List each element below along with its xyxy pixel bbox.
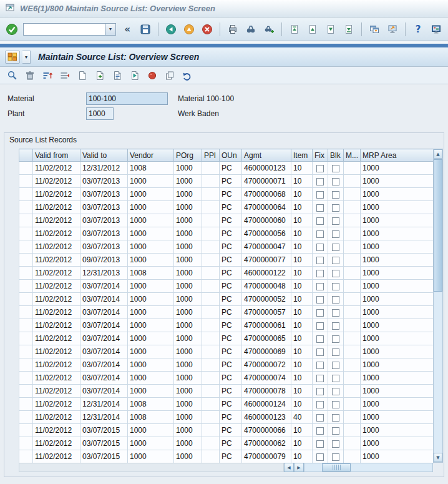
cell-agmt[interactable]: 4700000079 bbox=[242, 450, 291, 463]
fix-checkbox[interactable] bbox=[316, 257, 324, 264]
fix-checkbox[interactable] bbox=[316, 335, 324, 343]
blk-checkbox[interactable] bbox=[332, 388, 339, 395]
cancel-button[interactable] bbox=[199, 21, 215, 37]
column-header[interactable]: Vendor bbox=[128, 149, 174, 162]
cell-item[interactable]: 10 bbox=[291, 267, 313, 280]
screen-menu-button[interactable] bbox=[5, 51, 20, 64]
cell-vendor[interactable]: 1000 bbox=[128, 214, 174, 227]
fix-checkbox[interactable] bbox=[316, 217, 324, 225]
cell-pOrg[interactable]: 1000 bbox=[174, 280, 202, 293]
cell-pPl[interactable] bbox=[202, 254, 220, 267]
cell-oUn[interactable]: PC bbox=[220, 332, 242, 345]
fix-checkbox[interactable] bbox=[316, 204, 324, 212]
cell-item[interactable]: 10 bbox=[291, 201, 313, 214]
cell-vendor[interactable]: 1000 bbox=[128, 319, 174, 332]
cell-pOrg[interactable]: 1000 bbox=[174, 162, 202, 175]
cell-vendor[interactable]: 1000 bbox=[128, 280, 174, 293]
cell-oUn[interactable]: PC bbox=[220, 385, 242, 398]
scroll-down-icon[interactable]: ▼ bbox=[434, 453, 442, 462]
cell-validTo[interactable]: 12/31/2013 bbox=[80, 267, 128, 280]
delete-line-button[interactable] bbox=[22, 68, 37, 82]
cell-validTo[interactable]: 03/07/2013 bbox=[80, 227, 128, 240]
row-select[interactable] bbox=[19, 306, 33, 319]
cell-m[interactable] bbox=[344, 201, 361, 214]
cell-mrpArea[interactable]: 1000 bbox=[361, 254, 434, 267]
cell-pPl[interactable] bbox=[202, 175, 220, 188]
cell-pOrg[interactable]: 1000 bbox=[174, 332, 202, 345]
cell-item[interactable]: 10 bbox=[291, 398, 313, 411]
cell-mrpArea[interactable]: 1000 bbox=[361, 358, 434, 372]
cell-validFrom[interactable]: 11/02/2012 bbox=[33, 424, 80, 437]
row-select[interactable] bbox=[19, 240, 33, 254]
cell-pOrg[interactable]: 1000 bbox=[174, 450, 202, 463]
cell-validTo[interactable]: 03/07/2013 bbox=[80, 214, 128, 227]
row-select[interactable] bbox=[19, 175, 33, 188]
scroll-up-icon[interactable]: ▲ bbox=[434, 149, 442, 159]
cell-m[interactable] bbox=[344, 162, 361, 175]
cell-item[interactable]: 10 bbox=[291, 240, 313, 254]
cell-pPl[interactable] bbox=[202, 162, 220, 175]
row-select[interactable] bbox=[19, 254, 33, 267]
cell-validTo[interactable]: 12/31/2014 bbox=[80, 398, 128, 411]
cell-validFrom[interactable]: 11/02/2012 bbox=[33, 332, 80, 345]
copy-line-button[interactable] bbox=[92, 68, 107, 82]
cell-vendor[interactable]: 1000 bbox=[128, 306, 174, 319]
cell-pOrg[interactable]: 1000 bbox=[174, 254, 202, 267]
cell-agmt[interactable]: 4700000069 bbox=[242, 345, 291, 358]
cell-item[interactable]: 10 bbox=[291, 332, 313, 345]
save-button[interactable] bbox=[137, 21, 153, 37]
cell-mrpArea[interactable]: 1000 bbox=[361, 319, 434, 332]
cell-agmt[interactable]: 4700000068 bbox=[242, 188, 291, 201]
cell-agmt[interactable]: 4700000078 bbox=[242, 385, 291, 398]
cell-validTo[interactable]: 03/07/2014 bbox=[80, 293, 128, 306]
cell-pPl[interactable] bbox=[202, 345, 220, 358]
fix-checkbox[interactable] bbox=[316, 388, 324, 395]
new-session-button[interactable] bbox=[366, 21, 382, 37]
cell-pOrg[interactable]: 1000 bbox=[174, 293, 202, 306]
cell-agmt[interactable]: 4700000074 bbox=[242, 372, 291, 385]
cell-m[interactable] bbox=[344, 358, 361, 372]
block-button[interactable] bbox=[145, 68, 159, 82]
cell-item[interactable]: 10 bbox=[291, 306, 313, 319]
cell-pPl[interactable] bbox=[202, 188, 220, 201]
cell-agmt[interactable]: 4700000052 bbox=[242, 293, 291, 306]
row-select[interactable] bbox=[19, 437, 33, 450]
row-select[interactable] bbox=[19, 358, 33, 372]
fix-checkbox[interactable] bbox=[316, 191, 324, 199]
cell-oUn[interactable]: PC bbox=[220, 240, 242, 254]
copy-as-button[interactable] bbox=[110, 68, 124, 82]
blk-checkbox[interactable] bbox=[332, 414, 339, 422]
cell-agmt[interactable]: 4700000057 bbox=[242, 306, 291, 319]
screen-menu-dropdown-icon[interactable]: ▾ bbox=[22, 51, 31, 64]
cell-validTo[interactable]: 03/07/2013 bbox=[80, 201, 128, 214]
cell-vendor[interactable]: 1000 bbox=[128, 175, 174, 188]
details-button[interactable] bbox=[5, 68, 19, 82]
cell-validFrom[interactable]: 11/02/2012 bbox=[33, 293, 80, 306]
column-header[interactable]: Fix bbox=[313, 149, 328, 162]
fix-checkbox[interactable] bbox=[316, 362, 324, 369]
blk-checkbox[interactable] bbox=[332, 322, 339, 330]
cell-vendor[interactable]: 1000 bbox=[128, 254, 174, 267]
cell-oUn[interactable]: PC bbox=[220, 162, 242, 175]
cell-validTo[interactable]: 09/07/2013 bbox=[80, 254, 128, 267]
cell-validFrom[interactable]: 11/02/2012 bbox=[33, 175, 80, 188]
cell-mrpArea[interactable]: 1000 bbox=[361, 411, 434, 424]
cell-m[interactable] bbox=[344, 437, 361, 450]
position-button[interactable] bbox=[57, 68, 72, 82]
column-header[interactable]: M... bbox=[344, 149, 361, 162]
cell-mrpArea[interactable]: 1000 bbox=[361, 188, 434, 201]
cell-agmt[interactable]: 4700000065 bbox=[242, 332, 291, 345]
cell-validFrom[interactable]: 11/02/2012 bbox=[33, 214, 80, 227]
cell-item[interactable]: 10 bbox=[291, 385, 313, 398]
cell-validTo[interactable]: 03/07/2015 bbox=[80, 424, 128, 437]
column-header[interactable]: Blk bbox=[328, 149, 344, 162]
cell-validTo[interactable]: 03/07/2014 bbox=[80, 358, 128, 372]
blk-checkbox[interactable] bbox=[332, 296, 339, 304]
vertical-scrollbar-thumb[interactable] bbox=[434, 159, 442, 292]
fix-checkbox[interactable] bbox=[316, 440, 324, 448]
horizontal-scrollbar[interactable] bbox=[304, 463, 433, 472]
cell-pPl[interactable] bbox=[202, 214, 220, 227]
print-button[interactable] bbox=[225, 21, 241, 37]
row-select[interactable] bbox=[19, 411, 33, 424]
cell-item[interactable]: 10 bbox=[291, 214, 313, 227]
